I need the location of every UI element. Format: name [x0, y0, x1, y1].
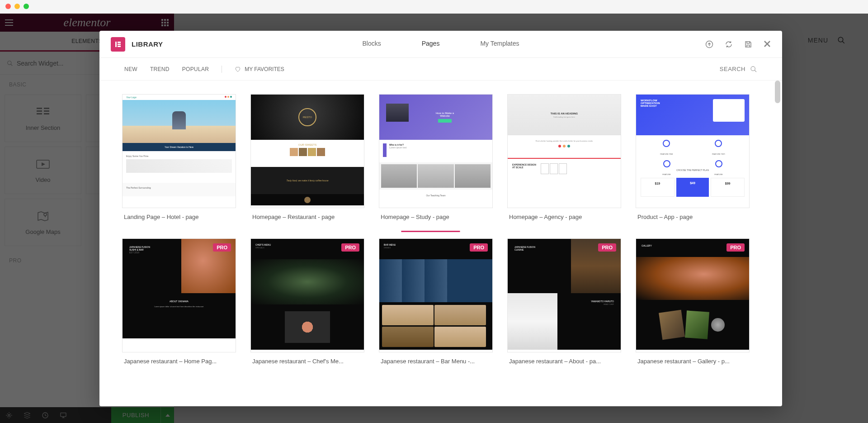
save-icon[interactable]	[744, 40, 752, 48]
library-title: LIBRARY	[132, 40, 163, 48]
svg-rect-16	[118, 42, 121, 43]
search-icon[interactable]	[750, 66, 757, 73]
template-thumbnail: JAPANESE FUSIONSUSHI & BAREST 2019ABOUT …	[122, 238, 236, 352]
library-modal: LIBRARY Blocks Pages My Templates NEW TR…	[99, 31, 782, 406]
close-window[interactable]	[5, 4, 11, 9]
template-thumbnail: How to Make aWebsiteWho is it for?Lorem …	[379, 94, 493, 208]
template-title: Homepage – Agency - page	[507, 208, 621, 224]
modal-header: LIBRARY Blocks Pages My Templates	[99, 31, 782, 58]
pro-badge: PRO	[726, 243, 745, 252]
template-card[interactable]: WORKFLOWOPTIMIZATIONMADE EASYFEATURE ONE…	[636, 94, 750, 224]
library-search-input[interactable]	[678, 66, 745, 72]
scrollbar-thumb[interactable]	[775, 81, 780, 103]
svg-rect-17	[118, 43, 121, 45]
template-card[interactable]: RESTOOUR SWEETSTasty food, we make it fa…	[250, 94, 364, 224]
template-title: Landing Page – Hotel - page	[122, 208, 236, 224]
template-title: Homepage – Study - page	[379, 208, 493, 224]
template-card[interactable]: JAPANESE FUSIONSUSHI & BAREST 2019ABOUT …	[122, 238, 236, 368]
template-title: Japanese restaurant – Home Pag...	[122, 352, 236, 368]
template-title: Japanese restaurant – Bar Menu -...	[379, 352, 493, 368]
template-title: Japanese restaurant – Gallery - p...	[636, 352, 750, 368]
template-card[interactable]: JAPANESE FUSIONCUISINEYAMAMOTO HARUTOHEA…	[507, 238, 621, 368]
filter-new[interactable]: NEW	[124, 66, 137, 72]
template-thumbnail: JAPANESE FUSIONCUISINEYAMAMOTO HARUTOHEA…	[507, 238, 621, 352]
template-title: Homepage – Restaurant - page	[250, 208, 364, 224]
sync-icon[interactable]	[725, 40, 733, 48]
heart-icon	[235, 66, 241, 72]
filter-favorites[interactable]: MY FAVORITES	[235, 66, 284, 72]
maximize-window[interactable]	[24, 4, 29, 9]
window-controls	[5, 4, 29, 9]
library-body[interactable]: Your LogoYour Dream Vacation is HereEnjo…	[99, 81, 782, 406]
template-thumbnail: RESTOOUR SWEETSTasty food, we make it fa…	[250, 94, 364, 208]
template-title: Japanese restaurant – About - pa...	[507, 352, 621, 368]
close-icon[interactable]	[764, 40, 771, 48]
template-title: Japanese restaurant – Chef's Me...	[250, 352, 364, 368]
template-card[interactable]: Your LogoYour Dream Vacation is HereEnjo…	[122, 94, 236, 224]
template-thumbnail: Your LogoYour Dream Vacation is HereEnjo…	[122, 94, 236, 208]
svg-rect-15	[115, 42, 117, 47]
filter-trend[interactable]: TREND	[150, 66, 170, 72]
minimize-window[interactable]	[14, 4, 20, 9]
filter-divider	[222, 66, 222, 73]
svg-point-20	[751, 67, 755, 71]
pro-badge: PRO	[213, 243, 231, 252]
template-thumbnail: GALLERYPRO	[636, 238, 750, 352]
template-card[interactable]: THIS IS AN HEADINGSubheading text goes h…	[507, 94, 621, 224]
template-card[interactable]: GALLERYPROJapanese restaurant – Gallery …	[636, 238, 750, 368]
template-thumbnail: THIS IS AN HEADINGSubheading text goes h…	[507, 94, 621, 208]
import-icon[interactable]	[705, 40, 713, 48]
template-thumbnail: BAR MENUDRINKSPRO	[379, 238, 493, 352]
template-thumbnail: CHEF'S MENUSPECIALSPRO	[250, 238, 364, 352]
pro-badge: PRO	[598, 243, 616, 252]
template-thumbnail: WORKFLOWOPTIMIZATIONMADE EASYFEATURE ONE…	[636, 94, 750, 208]
template-card[interactable]: How to Make aWebsiteWho is it for?Lorem …	[379, 94, 493, 224]
pro-badge: PRO	[341, 243, 359, 252]
svg-rect-18	[118, 46, 121, 47]
template-title: Product – App - page	[636, 208, 750, 224]
pro-badge: PRO	[470, 243, 488, 252]
template-card[interactable]: CHEF'S MENUSPECIALSPROJapanese restauran…	[250, 238, 364, 368]
filter-popular[interactable]: POPULAR	[182, 66, 209, 72]
elementor-badge-icon	[111, 37, 125, 52]
template-card[interactable]: BAR MENUDRINKSPROJapanese restaurant – B…	[379, 238, 493, 368]
